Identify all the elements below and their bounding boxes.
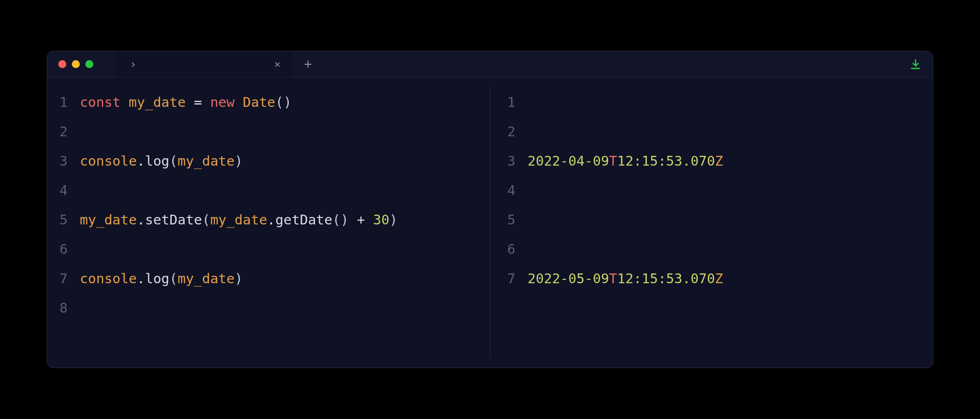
editor-window: › × + 1 2 3 4 5 6 7 (47, 51, 933, 368)
variable-token: my_date (129, 94, 186, 110)
tab-active[interactable]: › × (117, 51, 294, 77)
variable-token: my_date (210, 212, 267, 228)
date-token: 2022-04-09 (528, 153, 609, 169)
variable-token: my_date (178, 153, 235, 169)
maximize-window-button[interactable] (85, 60, 93, 68)
output-line: 2022-04-09T12:15:53.070Z (528, 147, 933, 176)
date-token: 2022-05-09 (528, 271, 609, 286)
output-line (528, 235, 933, 264)
code-line: my_date.setDate(my_date.getDate() + 30) (80, 205, 490, 235)
line-number: 1 (497, 88, 516, 117)
class-token: Date (243, 94, 275, 110)
output-line (528, 176, 933, 205)
code-line: console.log(my_date) (80, 147, 490, 176)
t-token: T (609, 153, 617, 169)
paren-token: ( (202, 212, 210, 228)
paren-token: () (332, 212, 349, 228)
close-window-button[interactable] (58, 60, 66, 68)
line-number: 2 (497, 117, 516, 147)
line-gutter-left: 1 2 3 4 5 6 7 8 (47, 88, 75, 357)
line-number: 7 (47, 264, 68, 293)
z-token: Z (715, 271, 723, 286)
line-number: 6 (497, 235, 516, 264)
line-number: 3 (47, 147, 68, 176)
number-token: 30 (373, 212, 390, 228)
line-number: 6 (47, 235, 68, 264)
code-line: console.log(my_date) (80, 264, 490, 293)
line-number: 5 (497, 205, 516, 235)
paren-token: ( (169, 271, 177, 286)
line-number: 7 (497, 264, 516, 293)
operator-token: + (349, 212, 373, 228)
line-number: 8 (47, 293, 68, 323)
tab-title: › (130, 58, 136, 71)
new-tab-button[interactable]: + (294, 51, 322, 77)
download-button[interactable] (910, 58, 922, 70)
paren-token: () (275, 94, 292, 110)
code-pane[interactable]: 1 2 3 4 5 6 7 8 const my_date = new Date… (47, 88, 490, 357)
keyword-token: new (210, 94, 243, 110)
dot-token: . (137, 271, 145, 286)
dot-token: . (137, 153, 145, 169)
output-line: 2022-05-09T12:15:53.070Z (528, 264, 933, 293)
t-token: T (609, 271, 617, 286)
output-line (528, 205, 933, 235)
paren-token: ) (235, 271, 243, 286)
method-token: log (145, 153, 169, 169)
object-token: console (80, 271, 137, 286)
method-token: getDate (275, 212, 332, 228)
variable-token: my_date (178, 271, 235, 286)
download-icon (910, 58, 922, 70)
line-gutter-right: 1 2 3 4 5 6 7 (490, 88, 523, 357)
editor-area: 1 2 3 4 5 6 7 8 const my_date = new Date… (47, 77, 933, 368)
paren-token: ) (390, 212, 398, 228)
time-token: 12:15:53.070 (617, 271, 715, 286)
output-pane[interactable]: 1 2 3 4 5 6 7 2022-04-09T12:15:53.070Z 2… (490, 88, 933, 357)
minimize-window-button[interactable] (72, 60, 80, 68)
object-token: console (80, 153, 137, 169)
z-token: Z (715, 153, 723, 169)
output-line (528, 117, 933, 147)
plus-icon: + (304, 56, 312, 72)
paren-token: ( (169, 153, 177, 169)
line-number: 4 (497, 176, 516, 205)
traffic-lights (47, 60, 93, 68)
tabs: › × + (117, 51, 322, 77)
code-line (80, 293, 490, 323)
object-token: my_date (80, 212, 137, 228)
code-line (80, 235, 490, 264)
close-tab-icon[interactable]: × (274, 58, 280, 70)
method-token: log (145, 271, 169, 286)
operator-token: = (186, 94, 210, 110)
line-number: 5 (47, 205, 68, 235)
line-number: 2 (47, 117, 68, 147)
line-number: 3 (497, 147, 516, 176)
line-number: 4 (47, 176, 68, 205)
line-number: 1 (47, 88, 68, 117)
titlebar: › × + (47, 51, 933, 77)
dot-token: . (267, 212, 275, 228)
code-content-left[interactable]: const my_date = new Date() console.log(m… (75, 88, 490, 357)
code-line: const my_date = new Date() (80, 88, 490, 117)
code-line (80, 176, 490, 205)
code-line (80, 117, 490, 147)
keyword-token: const (80, 94, 129, 110)
paren-token: ) (235, 153, 243, 169)
time-token: 12:15:53.070 (617, 153, 715, 169)
dot-token: . (137, 212, 145, 228)
output-content-right[interactable]: 2022-04-09T12:15:53.070Z 2022-05-09T12:1… (523, 88, 933, 357)
method-token: setDate (145, 212, 202, 228)
output-line (528, 88, 933, 117)
